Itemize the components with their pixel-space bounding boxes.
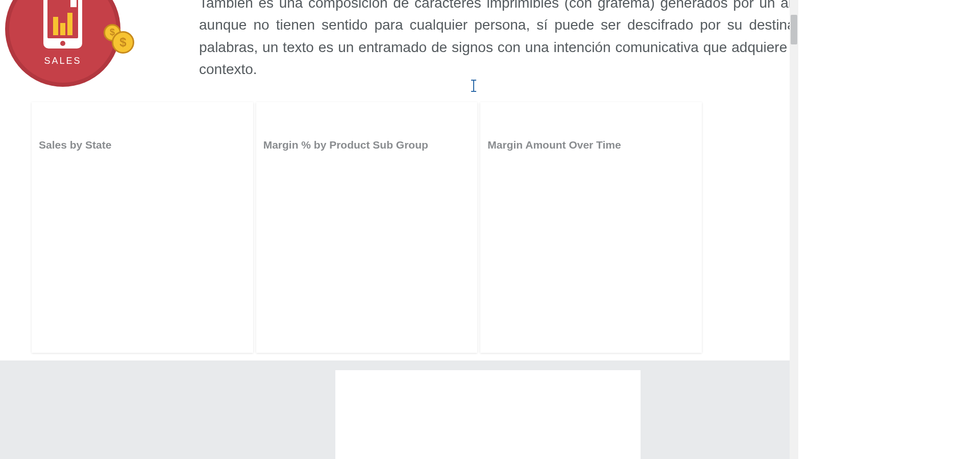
scrollbar-thumb[interactable] (791, 15, 797, 44)
phone-icon (43, 0, 82, 49)
coin-icon: $ (112, 31, 134, 54)
phone-home-button (60, 41, 65, 46)
sales-badge-content: $ $ SALES (43, 0, 82, 66)
panel-margin-amount-over-time[interactable]: Margin Amount Over Time (480, 102, 702, 353)
panel-title: Margin Amount Over Time (487, 139, 695, 151)
panel-sales-by-state[interactable]: Sales by State (32, 102, 253, 353)
chart-bar-icon (60, 23, 65, 35)
bottom-inset-panel (335, 370, 641, 459)
sales-badge-label: SALES (44, 56, 81, 66)
scrollbar-track[interactable] (790, 0, 798, 459)
panels-row: Sales by State Margin % by Product Sub G… (32, 102, 702, 353)
right-blank-region (798, 0, 980, 459)
panel-margin-pct-by-product-sub-group[interactable]: Margin % by Product Sub Group (256, 102, 478, 353)
panel-title: Margin % by Product Sub Group (263, 139, 471, 151)
chart-bar-icon (53, 17, 58, 35)
panel-title: Sales by State (39, 139, 246, 151)
sales-badge: $ $ SALES (5, 0, 120, 87)
arrow-up-stem (70, 0, 77, 7)
chart-bar-icon (67, 13, 72, 35)
